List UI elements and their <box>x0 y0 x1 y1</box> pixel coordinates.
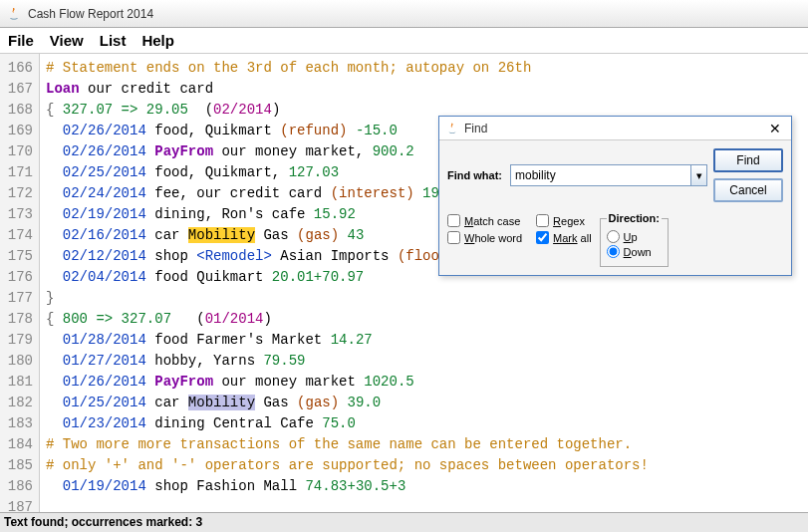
window-title: Cash Flow Report 2014 <box>28 7 153 21</box>
comment: # Statement ends on the 3rd of each mont… <box>46 60 531 76</box>
search-hit-marked: Mobility <box>188 395 255 410</box>
regex-checkbox[interactable]: Regex <box>536 214 592 227</box>
window-titlebar: Cash Flow Report 2014 <box>0 0 808 28</box>
close-icon[interactable]: ✕ <box>765 121 785 136</box>
find-what-input[interactable] <box>510 164 707 186</box>
java-icon <box>445 122 459 135</box>
menu-list[interactable]: List <box>100 32 127 49</box>
whole-word-checkbox[interactable]: Whole word <box>447 231 522 244</box>
find-dialog-title: Find <box>464 122 765 135</box>
find-dialog: Find ✕ Find what: ▾ Find Cancel Match ca… <box>438 116 792 276</box>
status-bar: Text found; occurrences marked: 3 <box>0 512 808 532</box>
menubar: File View List Help <box>0 28 808 54</box>
cancel-button[interactable]: Cancel <box>713 178 783 202</box>
direction-group: Direction: Up Down <box>600 212 669 267</box>
direction-down-radio[interactable]: Down <box>607 245 662 258</box>
find-dialog-titlebar[interactable]: Find ✕ <box>439 117 791 140</box>
match-case-checkbox[interactable]: Match case <box>447 214 522 227</box>
menu-file[interactable]: File <box>8 32 34 49</box>
menu-help[interactable]: Help <box>141 32 174 49</box>
direction-up-radio[interactable]: Up <box>607 230 662 243</box>
menu-view[interactable]: View <box>50 32 84 49</box>
keyword: Loan <box>46 81 80 97</box>
java-icon <box>6 6 22 22</box>
find-what-label: Find what: <box>447 169 502 181</box>
mark-all-checkbox[interactable]: Mark all <box>536 231 592 244</box>
find-button[interactable]: Find <box>713 148 783 172</box>
chevron-down-icon[interactable]: ▾ <box>690 165 706 185</box>
search-hit-current: Mobility <box>188 227 255 243</box>
line-number-gutter: 1661671681691701711721731741751761771781… <box>0 54 40 512</box>
find-what-combo[interactable]: ▾ <box>510 164 707 186</box>
